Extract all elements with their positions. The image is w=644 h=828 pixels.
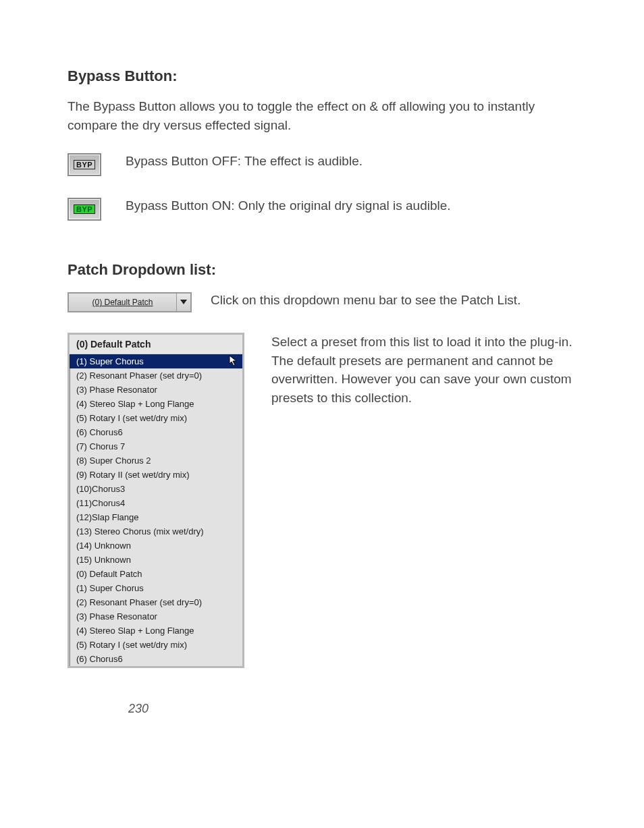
patch-dropdown-value: (0) Default Patch (92, 298, 153, 307)
bypass-button-on[interactable]: BYP (68, 198, 101, 221)
patch-list-item[interactable]: (10)Chorus3 (70, 482, 242, 496)
patch-list-header: (0) Default Patch (70, 335, 242, 354)
patch-list-item[interactable]: (1) Super Chorus (70, 354, 242, 368)
patch-list-item[interactable]: (0) Default Patch (70, 567, 242, 581)
bypass-off-text: Bypass Button OFF: The effect is audible… (126, 152, 363, 171)
patch-list[interactable]: (0) Default Patch (1) Super Chorus(2) Re… (68, 333, 244, 668)
patch-list-item[interactable]: (6) Chorus6 (70, 652, 242, 666)
bypass-off-label: BYP (74, 160, 95, 169)
bypass-intro-text: The Bypass Button allows you to toggle t… (68, 97, 583, 134)
patch-dropdown-caption: Click on this dropdown menu bar to see t… (211, 291, 520, 310)
cursor-icon (229, 355, 238, 369)
bypass-button-off[interactable]: BYP (68, 153, 101, 176)
patch-list-item[interactable]: (7) Chorus 7 (70, 439, 242, 453)
patch-list-item[interactable]: (4) Stereo Slap + Long Flange (70, 397, 242, 411)
patch-list-item[interactable]: (5) Rotary I (set wet/dry mix) (70, 411, 242, 425)
svg-marker-1 (230, 356, 236, 366)
patch-dropdown-heading: Patch Dropdown list: (68, 261, 583, 279)
patch-list-item[interactable]: (2) Resonant Phaser (set dry=0) (70, 368, 242, 383)
patch-list-item[interactable]: (1) Super Chorus (70, 581, 242, 595)
patch-list-description: Select a preset from this list to load i… (271, 333, 583, 407)
patch-list-item[interactable]: (13) Stereo Chorus (mix wet/dry) (70, 524, 242, 539)
chevron-down-icon (180, 300, 187, 305)
patch-list-item[interactable]: (5) Rotary I (set wet/dry mix) (70, 638, 242, 652)
svg-marker-0 (180, 300, 187, 304)
patch-list-item[interactable]: (3) Phase Resonator (70, 383, 242, 397)
bypass-on-text: Bypass Button ON: Only the original dry … (126, 196, 451, 215)
bypass-heading: Bypass Button: (68, 67, 583, 85)
patch-list-item[interactable]: (14) Unknown (70, 539, 242, 553)
patch-list-item[interactable]: (3) Phase Resonator (70, 609, 242, 624)
patch-list-item[interactable]: (12)Slap Flange (70, 510, 242, 524)
patch-list-item[interactable]: (8) Super Chorus 2 (70, 453, 242, 468)
patch-list-item[interactable]: (2) Resonant Phaser (set dry=0) (70, 595, 242, 609)
patch-dropdown[interactable]: (0) Default Patch (68, 292, 192, 312)
patch-list-item[interactable]: (11)Chorus4 (70, 496, 242, 510)
patch-list-item[interactable]: (6) Chorus6 (70, 425, 242, 439)
bypass-on-label: BYP (74, 204, 95, 214)
patch-list-item[interactable]: (4) Stereo Slap + Long Flange (70, 624, 242, 638)
patch-list-item[interactable]: (9) Rotary II (set wet/dry mix) (70, 468, 242, 482)
patch-list-item[interactable]: (15) Unknown (70, 553, 242, 567)
page-number: 230 (68, 702, 583, 716)
dropdown-arrow-button[interactable] (176, 294, 190, 311)
